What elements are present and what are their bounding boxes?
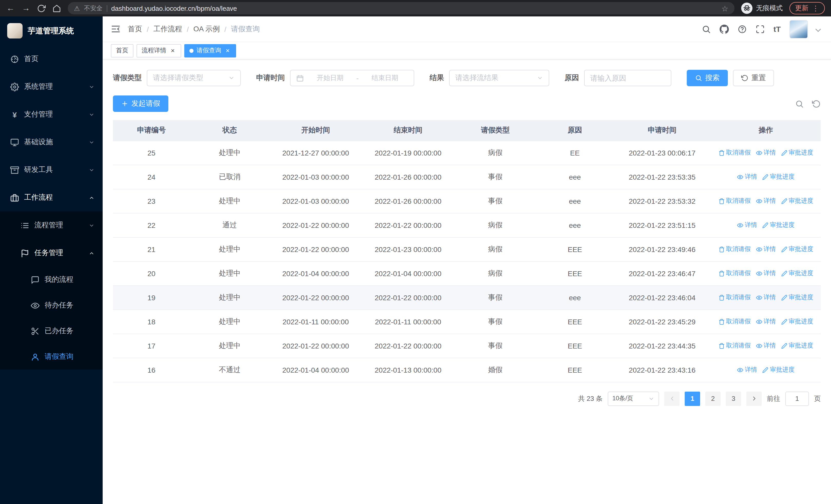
- prev-page-button[interactable]: [664, 391, 680, 406]
- tab-close-icon[interactable]: ×: [224, 47, 231, 54]
- detail-action[interactable]: 详情: [737, 365, 757, 374]
- home-icon[interactable]: [52, 4, 61, 12]
- cancel-action[interactable]: 取消请假: [718, 293, 751, 302]
- next-page-button[interactable]: [746, 391, 762, 406]
- avatar-caret-icon[interactable]: [813, 25, 823, 35]
- table-row[interactable]: 18处理中2022-01-11 00:00:002022-01-11 00:00…: [113, 309, 821, 334]
- detail-action[interactable]: 详情: [756, 269, 776, 278]
- help-icon[interactable]: [738, 24, 747, 34]
- detail-action[interactable]: 详情: [737, 221, 757, 230]
- goto-page-input[interactable]: [785, 391, 809, 406]
- progress-action[interactable]: 审批进度: [781, 269, 813, 278]
- page-size-select[interactable]: 10条/页: [608, 391, 659, 406]
- create-leave-button[interactable]: 发起请假: [113, 95, 168, 112]
- breadcrumb-item[interactable]: 工作流程: [153, 24, 182, 34]
- progress-action[interactable]: 审批进度: [781, 197, 813, 205]
- tab-close-icon[interactable]: ×: [169, 47, 176, 54]
- detail-action[interactable]: 详情: [756, 245, 776, 254]
- progress-action[interactable]: 审批进度: [781, 293, 813, 302]
- table-row[interactable]: 19处理中2022-01-22 00:00:002022-01-22 00:00…: [113, 285, 821, 309]
- progress-action[interactable]: 审批进度: [762, 221, 795, 230]
- page-button-2[interactable]: 2: [705, 391, 721, 406]
- page-button-1[interactable]: 1: [685, 391, 700, 406]
- search-button[interactable]: 搜索: [687, 70, 728, 86]
- font-size-icon[interactable]: tT: [774, 24, 781, 34]
- url-bar[interactable]: ⚠ 不安全 dashboard.yudao.iocoder.cn/bpm/oa/…: [68, 2, 735, 14]
- sidebar-item-0[interactable]: 首页: [0, 45, 103, 73]
- cancel-action[interactable]: 取消请假: [718, 197, 751, 205]
- sidebar-item-10[interactable]: 已办任务: [0, 318, 103, 344]
- leave-type-select[interactable]: 请选择请假类型: [147, 70, 241, 86]
- user-avatar[interactable]: [790, 20, 808, 38]
- update-button[interactable]: 更新 ⋮: [790, 2, 825, 14]
- cancel-action[interactable]: 取消请假: [718, 341, 751, 350]
- search-icon[interactable]: [701, 24, 711, 34]
- sidebar-item-5[interactable]: 工作流程: [0, 184, 103, 211]
- result-select[interactable]: 请选择流结果: [449, 70, 549, 86]
- breadcrumb-item[interactable]: 首页: [128, 24, 142, 34]
- cancel-action[interactable]: 取消请假: [718, 269, 751, 278]
- fullscreen-icon[interactable]: [755, 24, 765, 34]
- tab[interactable]: 首页: [111, 44, 134, 57]
- cancel-action[interactable]: 取消请假: [718, 245, 751, 254]
- warning-icon[interactable]: ⚠: [74, 5, 80, 11]
- detail-action[interactable]: 详情: [756, 197, 776, 205]
- tab[interactable]: 请假查询×: [184, 44, 236, 57]
- table-row[interactable]: 21处理中2022-01-22 00:00:002022-01-23 00:00…: [113, 237, 821, 261]
- progress-action[interactable]: 审批进度: [781, 341, 813, 350]
- detail-action[interactable]: 详情: [737, 173, 757, 181]
- reset-button[interactable]: 重置: [733, 70, 774, 86]
- trash-icon: [718, 270, 724, 276]
- breadcrumb-item[interactable]: OA 示例: [194, 24, 220, 34]
- progress-action[interactable]: 审批进度: [762, 365, 795, 374]
- sidebar-item-8[interactable]: 我的流程: [0, 267, 103, 293]
- row-actions: 取消请假详情审批进度: [711, 317, 821, 326]
- tab[interactable]: 流程详情×: [137, 44, 181, 57]
- scissors-icon: [31, 327, 39, 335]
- sidebar-item-2[interactable]: ¥支付管理: [0, 100, 103, 128]
- menu-dots-icon[interactable]: ⋮: [812, 5, 819, 12]
- table-row[interactable]: 22通过2022-01-22 00:00:002022-01-22 00:00:…: [113, 213, 821, 237]
- reason-group: 原因: [565, 70, 671, 86]
- progress-action[interactable]: 审批进度: [781, 148, 813, 157]
- action-label: 详情: [745, 221, 757, 230]
- table-search-icon[interactable]: [795, 99, 804, 108]
- sidebar-item-1[interactable]: 系统管理: [0, 73, 103, 100]
- apply-time-range-picker[interactable]: 开始日期 - 结束日期: [290, 70, 414, 86]
- progress-action[interactable]: 审批进度: [781, 317, 813, 326]
- back-icon[interactable]: ←: [6, 4, 15, 12]
- reload-icon[interactable]: [37, 4, 46, 12]
- breadcrumb: 首页/工作流程/OA 示例/请假查询: [128, 24, 694, 34]
- table-row[interactable]: 16不通过2022-01-04 00:00:002022-01-13 00:00…: [113, 358, 821, 382]
- sidebar-item-3[interactable]: 基础设施: [0, 128, 103, 156]
- reason-input[interactable]: [584, 70, 671, 86]
- table-row[interactable]: 24已取消2022-01-03 00:00:002022-01-26 00:00…: [113, 165, 821, 189]
- table-row[interactable]: 17处理中2022-01-22 00:00:002022-01-22 00:00…: [113, 334, 821, 358]
- detail-action[interactable]: 详情: [756, 341, 776, 350]
- sidebar-item-6[interactable]: 流程管理: [0, 211, 103, 239]
- menu-fold-icon[interactable]: [111, 24, 121, 34]
- sidebar-item-9[interactable]: 待办任务: [0, 293, 103, 318]
- sidebar-item-4[interactable]: 研发工具: [0, 156, 103, 184]
- app-logo[interactable]: 芋道管理系统: [0, 17, 103, 45]
- progress-action[interactable]: 审批进度: [762, 173, 795, 181]
- progress-action[interactable]: 审批进度: [781, 245, 813, 254]
- table-row[interactable]: 25处理中2021-12-27 00:00:002022-01-19 00:00…: [113, 141, 821, 165]
- sidebar-item-11[interactable]: 请假查询: [0, 344, 103, 369]
- table-row[interactable]: 23处理中2022-01-03 00:00:002022-01-26 00:00…: [113, 189, 821, 213]
- table-refresh-icon[interactable]: [812, 99, 821, 108]
- chevron-down-icon: [89, 84, 94, 90]
- sidebar-item-7[interactable]: 任务管理: [0, 239, 103, 267]
- detail-action[interactable]: 详情: [756, 317, 776, 326]
- cancel-action[interactable]: 取消请假: [718, 148, 751, 157]
- detail-action[interactable]: 详情: [756, 293, 776, 302]
- bookmark-star-icon[interactable]: ☆: [721, 4, 728, 12]
- page-button-3[interactable]: 3: [726, 391, 741, 406]
- detail-action[interactable]: 详情: [756, 148, 776, 157]
- table-row[interactable]: 20处理中2022-01-04 00:00:002022-01-04 00:00…: [113, 261, 821, 285]
- cancel-action[interactable]: 取消请假: [718, 317, 751, 326]
- trash-icon: [718, 198, 724, 204]
- url-text[interactable]: dashboard.yudao.iocoder.cn/bpm/oa/leave: [111, 4, 717, 12]
- github-icon[interactable]: [720, 24, 729, 34]
- forward-icon[interactable]: →: [22, 4, 30, 12]
